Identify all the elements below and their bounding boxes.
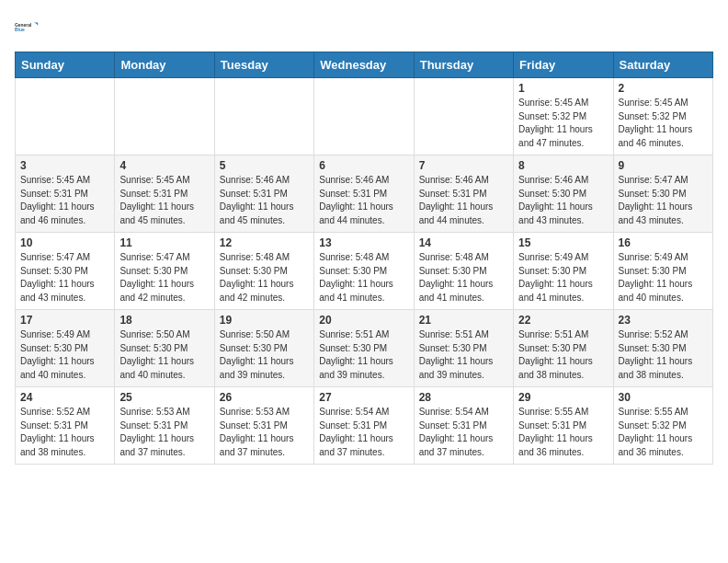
day-number: 26 bbox=[220, 391, 309, 404]
day-number: 18 bbox=[119, 314, 209, 327]
calendar-cell: 23Sunrise: 5:52 AM Sunset: 5:30 PM Dayli… bbox=[613, 310, 712, 387]
calendar-cell bbox=[115, 78, 214, 155]
calendar-cell: 7Sunrise: 5:46 AM Sunset: 5:31 PM Daylig… bbox=[414, 155, 513, 233]
day-number: 12 bbox=[220, 236, 309, 249]
svg-text:Blue: Blue bbox=[15, 28, 25, 32]
calendar-cell: 5Sunrise: 5:46 AM Sunset: 5:31 PM Daylig… bbox=[214, 155, 313, 233]
calendar-cell: 17Sunrise: 5:49 AM Sunset: 5:30 PM Dayli… bbox=[16, 310, 115, 387]
weekday-header-saturday: Saturday bbox=[613, 52, 712, 78]
calendar-cell: 30Sunrise: 5:55 AM Sunset: 5:32 PM Dayli… bbox=[613, 387, 712, 465]
day-info: Sunrise: 5:46 AM Sunset: 5:31 PM Dayligh… bbox=[220, 174, 309, 227]
calendar-cell: 8Sunrise: 5:46 AM Sunset: 5:30 PM Daylig… bbox=[514, 155, 613, 233]
day-number: 23 bbox=[619, 314, 708, 327]
day-info: Sunrise: 5:49 AM Sunset: 5:30 PM Dayligh… bbox=[20, 328, 109, 382]
day-number: 22 bbox=[518, 314, 608, 327]
day-number: 21 bbox=[419, 314, 508, 327]
day-info: Sunrise: 5:55 AM Sunset: 5:31 PM Dayligh… bbox=[518, 406, 608, 459]
calendar-cell: 16Sunrise: 5:49 AM Sunset: 5:30 PM Dayli… bbox=[613, 233, 712, 310]
day-number: 11 bbox=[119, 236, 209, 249]
calendar-cell: 20Sunrise: 5:51 AM Sunset: 5:30 PM Dayli… bbox=[314, 310, 414, 387]
day-number: 17 bbox=[20, 314, 109, 327]
day-number: 5 bbox=[220, 159, 309, 172]
day-info: Sunrise: 5:46 AM Sunset: 5:30 PM Dayligh… bbox=[518, 174, 608, 227]
day-number: 9 bbox=[619, 159, 708, 172]
calendar-cell: 6Sunrise: 5:46 AM Sunset: 5:31 PM Daylig… bbox=[314, 155, 414, 233]
day-info: Sunrise: 5:48 AM Sunset: 5:30 PM Dayligh… bbox=[319, 251, 408, 304]
calendar-cell: 21Sunrise: 5:51 AM Sunset: 5:30 PM Dayli… bbox=[414, 310, 513, 387]
calendar-table: SundayMondayTuesdayWednesdayThursdayFrid… bbox=[15, 52, 713, 465]
day-number: 13 bbox=[319, 236, 408, 249]
day-info: Sunrise: 5:48 AM Sunset: 5:30 PM Dayligh… bbox=[220, 251, 309, 304]
calendar-cell: 18Sunrise: 5:50 AM Sunset: 5:30 PM Dayli… bbox=[115, 310, 214, 387]
calendar-cell: 14Sunrise: 5:48 AM Sunset: 5:30 PM Dayli… bbox=[414, 233, 513, 310]
logo-icon: GeneralBlue bbox=[15, 15, 40, 40]
day-info: Sunrise: 5:54 AM Sunset: 5:31 PM Dayligh… bbox=[419, 406, 508, 459]
calendar-cell: 22Sunrise: 5:51 AM Sunset: 5:30 PM Dayli… bbox=[514, 310, 613, 387]
svg-text:General: General bbox=[15, 23, 32, 28]
day-info: Sunrise: 5:46 AM Sunset: 5:31 PM Dayligh… bbox=[319, 174, 408, 227]
week-row-3: 10Sunrise: 5:47 AM Sunset: 5:30 PM Dayli… bbox=[16, 233, 713, 310]
calendar-cell bbox=[314, 78, 414, 155]
calendar-cell: 15Sunrise: 5:49 AM Sunset: 5:30 PM Dayli… bbox=[514, 233, 613, 310]
weekday-header-row: SundayMondayTuesdayWednesdayThursdayFrid… bbox=[16, 52, 713, 78]
weekday-header-monday: Monday bbox=[115, 52, 214, 78]
day-info: Sunrise: 5:51 AM Sunset: 5:30 PM Dayligh… bbox=[419, 328, 508, 382]
day-info: Sunrise: 5:53 AM Sunset: 5:31 PM Dayligh… bbox=[220, 406, 309, 459]
day-info: Sunrise: 5:49 AM Sunset: 5:30 PM Dayligh… bbox=[518, 251, 608, 304]
calendar-cell: 12Sunrise: 5:48 AM Sunset: 5:30 PM Dayli… bbox=[214, 233, 313, 310]
calendar-cell: 2Sunrise: 5:45 AM Sunset: 5:32 PM Daylig… bbox=[613, 78, 712, 155]
day-number: 19 bbox=[220, 314, 309, 327]
day-number: 30 bbox=[619, 391, 708, 404]
calendar-cell: 26Sunrise: 5:53 AM Sunset: 5:31 PM Dayli… bbox=[214, 387, 313, 465]
calendar-cell: 24Sunrise: 5:52 AM Sunset: 5:31 PM Dayli… bbox=[16, 387, 115, 465]
day-number: 15 bbox=[518, 236, 608, 249]
calendar-cell: 19Sunrise: 5:50 AM Sunset: 5:30 PM Dayli… bbox=[214, 310, 313, 387]
calendar-cell: 11Sunrise: 5:47 AM Sunset: 5:30 PM Dayli… bbox=[115, 233, 214, 310]
day-info: Sunrise: 5:45 AM Sunset: 5:32 PM Dayligh… bbox=[518, 97, 608, 150]
calendar-cell: 29Sunrise: 5:55 AM Sunset: 5:31 PM Dayli… bbox=[514, 387, 613, 465]
day-number: 24 bbox=[20, 391, 109, 404]
calendar-cell bbox=[214, 78, 313, 155]
week-row-2: 3Sunrise: 5:45 AM Sunset: 5:31 PM Daylig… bbox=[16, 155, 713, 233]
calendar-cell: 9Sunrise: 5:47 AM Sunset: 5:30 PM Daylig… bbox=[613, 155, 712, 233]
day-number: 28 bbox=[419, 391, 508, 404]
day-info: Sunrise: 5:45 AM Sunset: 5:32 PM Dayligh… bbox=[619, 97, 708, 150]
weekday-header-sunday: Sunday bbox=[16, 52, 115, 78]
day-number: 8 bbox=[518, 159, 608, 172]
day-number: 16 bbox=[619, 236, 708, 249]
weekday-header-wednesday: Wednesday bbox=[314, 52, 414, 78]
weekday-header-tuesday: Tuesday bbox=[214, 52, 313, 78]
day-info: Sunrise: 5:48 AM Sunset: 5:30 PM Dayligh… bbox=[419, 251, 508, 304]
day-number: 25 bbox=[119, 391, 209, 404]
calendar-cell: 4Sunrise: 5:45 AM Sunset: 5:31 PM Daylig… bbox=[115, 155, 214, 233]
day-number: 3 bbox=[20, 159, 109, 172]
calendar-cell: 3Sunrise: 5:45 AM Sunset: 5:31 PM Daylig… bbox=[16, 155, 115, 233]
calendar-cell: 25Sunrise: 5:53 AM Sunset: 5:31 PM Dayli… bbox=[115, 387, 214, 465]
day-info: Sunrise: 5:54 AM Sunset: 5:31 PM Dayligh… bbox=[319, 406, 408, 459]
day-info: Sunrise: 5:45 AM Sunset: 5:31 PM Dayligh… bbox=[20, 174, 109, 227]
day-number: 27 bbox=[319, 391, 408, 404]
day-info: Sunrise: 5:46 AM Sunset: 5:31 PM Dayligh… bbox=[419, 174, 508, 227]
day-info: Sunrise: 5:50 AM Sunset: 5:30 PM Dayligh… bbox=[119, 328, 209, 382]
day-number: 1 bbox=[518, 82, 608, 95]
day-info: Sunrise: 5:47 AM Sunset: 5:30 PM Dayligh… bbox=[20, 251, 109, 304]
day-info: Sunrise: 5:50 AM Sunset: 5:30 PM Dayligh… bbox=[220, 328, 309, 382]
day-number: 29 bbox=[518, 391, 608, 404]
day-info: Sunrise: 5:52 AM Sunset: 5:30 PM Dayligh… bbox=[619, 328, 708, 382]
calendar-cell bbox=[414, 78, 513, 155]
day-number: 4 bbox=[119, 159, 209, 172]
calendar-cell: 10Sunrise: 5:47 AM Sunset: 5:30 PM Dayli… bbox=[16, 233, 115, 310]
day-number: 2 bbox=[619, 82, 708, 95]
day-info: Sunrise: 5:51 AM Sunset: 5:30 PM Dayligh… bbox=[518, 328, 608, 382]
weekday-header-thursday: Thursday bbox=[414, 52, 513, 78]
day-info: Sunrise: 5:45 AM Sunset: 5:31 PM Dayligh… bbox=[119, 174, 209, 227]
week-row-1: 1Sunrise: 5:45 AM Sunset: 5:32 PM Daylig… bbox=[16, 78, 713, 155]
weekday-header-friday: Friday bbox=[514, 52, 613, 78]
day-info: Sunrise: 5:53 AM Sunset: 5:31 PM Dayligh… bbox=[119, 406, 209, 459]
logo: GeneralBlue bbox=[15, 15, 40, 40]
day-number: 10 bbox=[20, 236, 109, 249]
day-number: 6 bbox=[319, 159, 408, 172]
day-number: 14 bbox=[419, 236, 508, 249]
day-number: 20 bbox=[319, 314, 408, 327]
day-info: Sunrise: 5:47 AM Sunset: 5:30 PM Dayligh… bbox=[619, 174, 708, 227]
